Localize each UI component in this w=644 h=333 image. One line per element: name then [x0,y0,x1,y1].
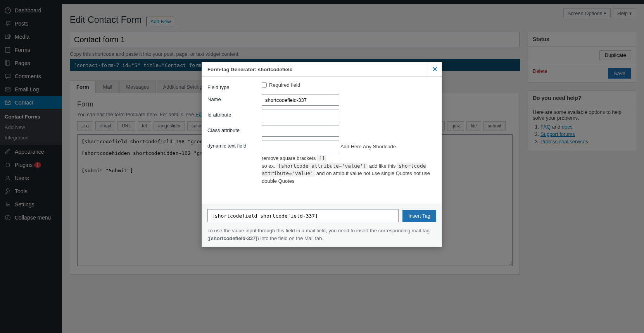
dynamic-hint: Add Here Any Shortcode [340,144,396,149]
name-label: Name [207,94,262,102]
required-field-label[interactable]: Required field [262,82,300,88]
form-tag-generator-dialog: Form-tag Generator: shortcodefield ✕ Fie… [202,62,442,247]
dynamic-help-text: remove square brackets [] so ex. [shortc… [262,154,436,185]
dialog-header: Form-tag Generator: shortcodefield ✕ [202,62,442,77]
dialog-close-button[interactable]: ✕ [428,62,442,76]
field-type-label: Field type [207,82,262,90]
dialog-title: Form-tag Generator: shortcodefield [202,63,298,76]
close-icon: ✕ [432,65,438,74]
name-input[interactable] [262,94,339,106]
dynamic-text-label: dynamic text field [207,141,262,149]
id-attribute-input[interactable] [262,110,339,121]
dialog-footer: Insert Tag To use the value input throug… [202,204,442,247]
class-attribute-input[interactable] [262,125,339,137]
generated-tag-input[interactable] [207,209,399,222]
dynamic-text-input[interactable] [262,141,339,152]
id-attribute-label: Id attribute [207,110,262,118]
insert-tag-button[interactable]: Insert Tag [402,210,436,222]
class-attribute-label: Class attribute [207,125,262,133]
required-field-checkbox[interactable] [262,82,267,88]
dialog-footer-note: To use the value input through this fiel… [207,227,436,242]
dialog-body: Field type Required field Name Id attrib… [202,77,442,204]
